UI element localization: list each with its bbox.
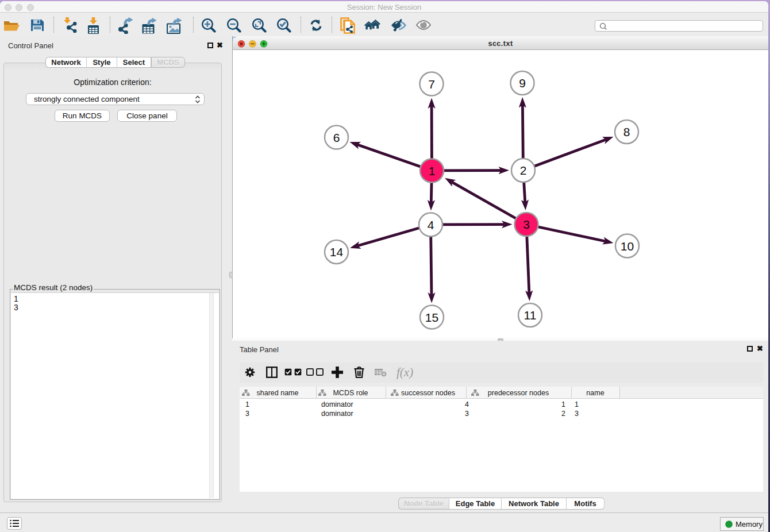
svg-text:1: 1 [429, 164, 436, 178]
svg-text:9: 9 [519, 76, 526, 90]
svg-text:2: 2 [520, 164, 527, 177]
svg-text:15: 15 [425, 311, 438, 324]
svg-text:7: 7 [428, 78, 435, 91]
svg-text:11: 11 [524, 309, 537, 322]
svg-text:6: 6 [333, 131, 340, 144]
svg-text:8: 8 [623, 125, 630, 138]
svg-text:10: 10 [621, 240, 634, 253]
svg-text:3: 3 [523, 218, 530, 231]
svg-text:14: 14 [330, 245, 344, 259]
svg-text:4: 4 [428, 218, 434, 232]
